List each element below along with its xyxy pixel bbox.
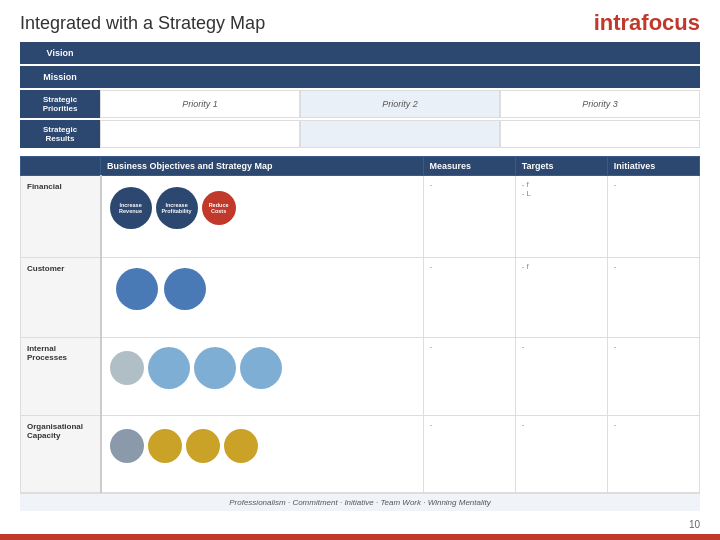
customer-label: Customer: [21, 258, 101, 338]
footer-values: Professionalism · Commitment · Initiativ…: [20, 493, 700, 511]
logo: intrafocus: [594, 10, 700, 36]
col-header-targets: Targets: [515, 157, 607, 176]
bubble-internal-1: [110, 351, 144, 385]
table-row: Internal Processes - - -: [21, 338, 700, 415]
bubble-internal-2: [148, 347, 190, 389]
col-header-measures: Measures: [423, 157, 515, 176]
bubble-org-3: [186, 429, 220, 463]
financial-targets: - f- L: [515, 176, 607, 258]
priority-2-cell: Priority 2: [300, 90, 500, 118]
internal-initiatives: -: [607, 338, 699, 415]
map-table: Business Objectives and Strategy Map Mea…: [20, 156, 700, 493]
mission-row: Mission: [20, 66, 700, 88]
bubble-reduce-costs: ReduceCosts: [202, 191, 236, 225]
results-1-cell: [100, 120, 300, 148]
org-initiatives: -: [607, 415, 699, 492]
org-label: Organisational Capacity: [21, 415, 101, 492]
bubble-org-4: [224, 429, 258, 463]
priority-3-cell: Priority 3: [500, 90, 700, 118]
results-2-cell: [300, 120, 500, 148]
table-row: Organisational Capacity - - -: [21, 415, 700, 492]
customer-targets: - f: [515, 258, 607, 338]
internal-targets: -: [515, 338, 607, 415]
org-map-cell: [101, 415, 424, 492]
mission-label: Mission: [20, 66, 100, 88]
internal-measures: -: [423, 338, 515, 415]
org-measures: -: [423, 415, 515, 492]
customer-map-cell: [101, 258, 424, 338]
strategy-section: Vision Mission Strategic Priorities Prio…: [0, 42, 720, 150]
results-row: Strategic Results: [20, 120, 700, 148]
org-targets: -: [515, 415, 607, 492]
vision-row: Vision: [20, 42, 700, 64]
customer-measures: -: [423, 258, 515, 338]
bubble-internal-4: [240, 347, 282, 389]
financial-initiatives: -: [607, 176, 699, 258]
financial-bubbles: IncreaseRevenue IncreaseProfitability Re…: [106, 180, 419, 236]
priority-1-cell: Priority 1: [100, 90, 300, 118]
col-header-objectives: Business Objectives and Strategy Map: [101, 157, 424, 176]
page-title: Integrated with a Strategy Map: [20, 13, 265, 34]
priorities-label: Strategic Priorities: [20, 90, 100, 118]
results-content: [100, 120, 700, 148]
internal-map-cell: [101, 338, 424, 415]
col-header-map: [21, 157, 101, 176]
financial-measures: -: [423, 176, 515, 258]
priorities-row: Strategic Priorities Priority 1 Priority…: [20, 90, 700, 118]
internal-label: Internal Processes: [21, 338, 101, 415]
logo-suffix: focus: [641, 10, 700, 35]
bubble-increase-profit: IncreaseProfitability: [156, 187, 198, 229]
bubble-increase-revenue: IncreaseRevenue: [110, 187, 152, 229]
results-label: Strategic Results: [20, 120, 100, 148]
table-row: Customer - - f -: [21, 258, 700, 338]
financial-label: Financial: [21, 176, 101, 258]
col-header-initiatives: Initiatives: [607, 157, 699, 176]
bubble-customer-1: [116, 268, 158, 310]
priorities-content: Priority 1 Priority 2 Priority 3: [100, 90, 700, 118]
bottom-bar: 10: [0, 515, 720, 534]
footer-bar: [0, 534, 720, 540]
bubble-org-1: [110, 429, 144, 463]
customer-initiatives: -: [607, 258, 699, 338]
logo-prefix: intra: [594, 10, 642, 35]
header: Integrated with a Strategy Map intrafocu…: [0, 0, 720, 42]
page-number: 10: [689, 519, 700, 530]
page: Integrated with a Strategy Map intrafocu…: [0, 0, 720, 540]
bubble-org-2: [148, 429, 182, 463]
map-section: Business Objectives and Strategy Map Mea…: [0, 156, 720, 515]
bubble-internal-3: [194, 347, 236, 389]
results-3-cell: [500, 120, 700, 148]
financial-map-cell: IncreaseRevenue IncreaseProfitability Re…: [101, 176, 424, 258]
internal-bubbles: [106, 342, 419, 394]
customer-bubbles: [106, 262, 419, 316]
org-bubbles: [106, 420, 419, 472]
table-row: Financial IncreaseRevenue IncreaseProfit…: [21, 176, 700, 258]
bubble-customer-2: [164, 268, 206, 310]
vision-label: Vision: [20, 42, 100, 64]
